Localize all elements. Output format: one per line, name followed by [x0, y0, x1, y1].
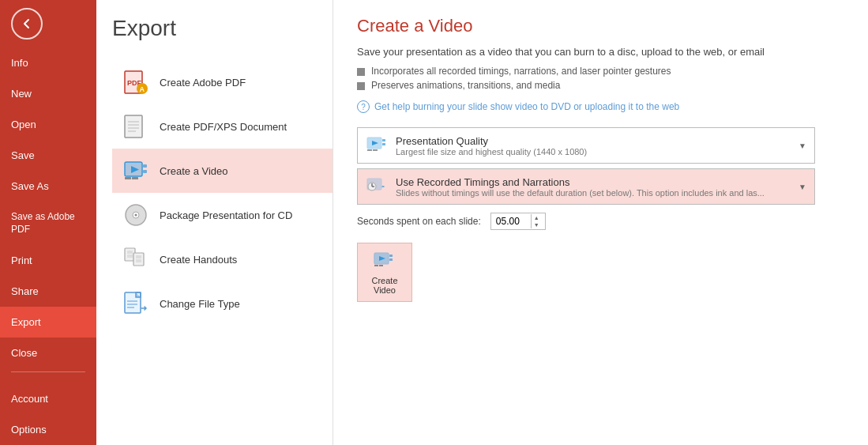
export-title: Export: [112, 16, 333, 41]
adobe-pdf-label: Create Adobe PDF: [160, 77, 246, 89]
export-option-adobe-pdf[interactable]: PDF A Create Adobe PDF: [112, 60, 333, 104]
svg-rect-38: [382, 143, 385, 145]
timings-dropdown-title: Use Recorded Timings and Narrations: [396, 176, 798, 188]
right-panel: Create a Video Save your presentation as…: [333, 0, 868, 445]
timings-dropdown-subtitle: Slides without timings will use the defa…: [396, 188, 798, 198]
sidebar-item-save-as-pdf[interactable]: Save as Adobe PDF: [0, 202, 96, 245]
svg-rect-16: [125, 177, 131, 179]
change-file-type-icon: [122, 289, 150, 318]
svg-rect-22: [127, 251, 133, 254]
export-option-create-handouts[interactable]: Create Handouts: [112, 237, 333, 281]
change-file-type-label: Change File Type: [160, 298, 240, 310]
create-video-btn-icon: [374, 251, 396, 273]
seconds-input[interactable]: [491, 213, 531, 229]
seconds-label: Seconds spent on each slide:: [357, 216, 481, 227]
help-link-row: ? Get help burning your slide show video…: [357, 100, 844, 113]
timings-dropdown-arrow: ▼: [798, 183, 806, 191]
create-handouts-icon: [122, 245, 150, 273]
pdf-xps-label: Create PDF/XPS Document: [160, 121, 287, 133]
timings-dropdown-text: Use Recorded Timings and Narrations Slid…: [396, 176, 798, 198]
bullet-icon-2: [357, 82, 365, 90]
create-video-btn-label2: Video: [374, 285, 396, 295]
sidebar-item-close[interactable]: Close: [0, 338, 96, 368]
svg-point-20: [135, 214, 137, 217]
export-option-package-cd[interactable]: Package Presentation for CD: [112, 193, 333, 237]
sidebar-item-options[interactable]: Options: [0, 414, 96, 445]
quality-dropdown-text: Presentation Quality Largest file size a…: [396, 135, 798, 157]
timings-dropdown[interactable]: Use Recorded Timings and Narrations Slid…: [357, 168, 815, 205]
svg-rect-26: [136, 255, 141, 258]
quality-dropdown-subtitle: Largest file size and highest quality (1…: [396, 147, 798, 157]
seconds-row: Seconds spent on each slide: ▲ ▼: [357, 213, 844, 230]
seconds-input-wrapper: ▲ ▼: [490, 213, 546, 230]
svg-rect-47: [389, 255, 393, 257]
sidebar-item-save[interactable]: Save: [0, 140, 96, 171]
svg-rect-17: [132, 177, 138, 179]
package-cd-label: Package Presentation for CD: [160, 209, 292, 221]
export-option-change-file-type[interactable]: Change File Type: [112, 281, 333, 326]
svg-rect-39: [367, 149, 372, 151]
export-option-pdf-xps[interactable]: Create PDF/XPS Document: [112, 104, 333, 149]
timings-dropdown-row[interactable]: Use Recorded Timings and Narrations Slid…: [358, 169, 814, 204]
help-link[interactable]: Get help burning your slide show video t…: [374, 101, 679, 112]
create-video-btn-label1: Create: [371, 276, 397, 285]
svg-rect-49: [374, 265, 378, 266]
sidebar-item-info[interactable]: Info: [0, 47, 96, 78]
svg-rect-50: [379, 265, 383, 266]
sidebar-item-print[interactable]: Print: [0, 245, 96, 276]
seconds-up-arrow[interactable]: ▲: [532, 214, 542, 221]
svg-rect-48: [389, 258, 393, 261]
panel-bullets: Incorporates all recorded timings, narra…: [357, 64, 844, 92]
sidebar-divider: [11, 371, 85, 372]
sidebar: Info New Open Save Save As Save as Adobe…: [0, 0, 96, 445]
bullet-item-2: Preserves animations, transitions, and m…: [357, 78, 844, 92]
sidebar-item-new[interactable]: New: [0, 78, 96, 109]
quality-dropdown-row[interactable]: Presentation Quality Largest file size a…: [358, 128, 814, 163]
help-icon: ?: [357, 100, 370, 113]
svg-rect-15: [143, 170, 147, 173]
create-video-icon: [122, 157, 150, 185]
package-cd-icon: [122, 201, 150, 229]
timings-dropdown-icon: [366, 175, 388, 198]
create-video-button[interactable]: Create Video: [357, 243, 412, 302]
svg-rect-37: [382, 139, 385, 141]
create-handouts-label: Create Handouts: [160, 254, 237, 266]
export-option-create-video[interactable]: Create a Video: [112, 149, 333, 193]
sidebar-item-export[interactable]: Export: [0, 307, 96, 338]
sidebar-item-account[interactable]: Account: [0, 383, 96, 414]
seconds-arrows: ▲ ▼: [531, 214, 542, 228]
back-button[interactable]: [11, 8, 43, 40]
svg-rect-14: [143, 164, 147, 168]
svg-rect-25: [133, 253, 144, 266]
pdf-xps-icon: [122, 112, 150, 141]
quality-dropdown-icon: [366, 134, 388, 157]
quality-dropdown[interactable]: Presentation Quality Largest file size a…: [357, 127, 815, 164]
quality-dropdown-arrow: ▼: [798, 141, 806, 150]
svg-rect-5: [125, 115, 142, 138]
seconds-down-arrow[interactable]: ▼: [532, 221, 542, 228]
bullet-item-1: Incorporates all recorded timings, narra…: [357, 64, 844, 78]
svg-rect-40: [373, 149, 378, 151]
adobe-pdf-icon: PDF A: [122, 68, 150, 96]
sidebar-item-open[interactable]: Open: [0, 109, 96, 140]
quality-dropdown-title: Presentation Quality: [396, 135, 798, 147]
bullet-icon-1: [357, 68, 365, 76]
panel-title: Create a Video: [357, 16, 844, 36]
create-video-label: Create a Video: [160, 165, 228, 177]
svg-text:A: A: [140, 85, 145, 93]
sidebar-item-share[interactable]: Share: [0, 276, 96, 307]
sidebar-item-save-as[interactable]: Save As: [0, 171, 96, 202]
panel-description: Save your presentation as a video that y…: [357, 46, 844, 58]
center-panel: Export PDF A Create Adobe PDF: [96, 0, 333, 445]
